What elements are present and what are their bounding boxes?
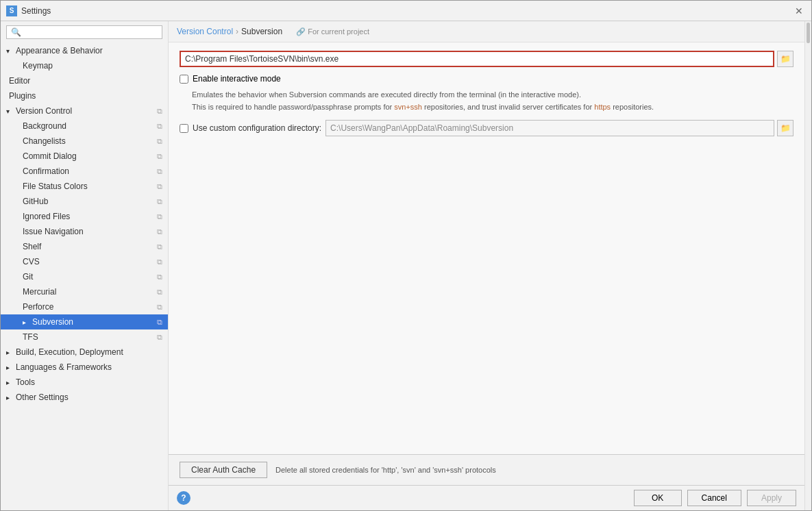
highlight-https: https — [594, 103, 611, 111]
copy-icon: ⧉ — [157, 122, 162, 131]
sidebar-item-editor[interactable]: Editor — [1, 73, 168, 88]
copy-icon: ⧉ — [157, 242, 162, 251]
settings-window: S Settings ✕ ▾ Appearance & Behavior Key… — [0, 0, 812, 511]
close-button[interactable]: ✕ — [792, 4, 806, 18]
sidebar-item-label: Background — [23, 121, 66, 131]
sidebar-item-label: Other Settings — [16, 392, 69, 402]
sidebar-item-label: Commit Dialog — [23, 151, 77, 161]
scrollbar[interactable] — [804, 21, 811, 510]
copy-icon: ⧉ — [157, 258, 162, 266]
highlight-svnssh: svn+ssh — [394, 103, 422, 111]
collapse-arrow: ▸ — [6, 364, 13, 371]
custom-config-label[interactable]: Use custom configuration directory: — [193, 123, 321, 133]
sidebar-item-ignored-files[interactable]: Ignored Files ⧉ — [1, 209, 168, 224]
sidebar-item-mercurial[interactable]: Mercurial ⧉ — [1, 284, 168, 299]
sidebar-item-issue-navigation[interactable]: Issue Navigation ⧉ — [1, 224, 168, 239]
sidebar-item-tfs[interactable]: TFS ⧉ — [1, 329, 168, 345]
sidebar-item-perforce[interactable]: Perforce ⧉ — [1, 299, 168, 314]
collapse-arrow: ▾ — [6, 108, 13, 115]
sidebar-item-label: TFS — [23, 332, 38, 342]
enable-interactive-checkbox[interactable] — [180, 75, 188, 84]
copy-icon: ⧉ — [157, 212, 162, 221]
collapse-arrow: ▾ — [6, 47, 13, 55]
panel-content: 📁 Enable interactive mode Emulates the b… — [169, 42, 804, 454]
browse-button[interactable]: 📁 — [777, 51, 793, 67]
ok-button[interactable]: OK — [634, 490, 682, 506]
breadcrumb-separator: › — [236, 27, 238, 36]
copy-icon: ⧉ — [157, 227, 162, 236]
cancel-button[interactable]: Cancel — [687, 490, 741, 506]
collapse-arrow: ▸ — [6, 379, 13, 386]
sidebar-item-label: Confirmation — [23, 166, 69, 176]
sidebar-item-commit-dialog[interactable]: Commit Dialog ⧉ — [1, 149, 168, 164]
clear-auth-cache-button[interactable]: Clear Auth Cache — [180, 462, 267, 478]
sidebar-item-label: Version Control — [16, 106, 72, 116]
copy-icon: ⧉ — [157, 137, 162, 146]
main-content: ▾ Appearance & Behavior Keymap Editor Pl… — [1, 21, 811, 510]
custom-config-row: Use custom configuration directory: 📁 — [180, 120, 793, 136]
copy-icon: ⧉ — [157, 318, 162, 327]
sidebar-item-label: Keymap — [23, 61, 53, 71]
custom-config-input[interactable] — [325, 120, 774, 136]
sidebar-item-appearance[interactable]: ▾ Appearance & Behavior — [1, 43, 168, 58]
sidebar-item-label: Perforce — [23, 302, 53, 312]
sidebar-item-label: Appearance & Behavior — [16, 46, 103, 55]
sidebar-item-version-control[interactable]: ▾ Version Control ⧉ — [1, 103, 168, 119]
sidebar-item-label: Subversion — [32, 317, 73, 327]
copy-icon: ⧉ — [157, 333, 162, 342]
copy-icon: ⧉ — [157, 197, 162, 206]
sidebar-item-file-status-colors[interactable]: File Status Colors ⧉ — [1, 179, 168, 194]
sidebar-item-plugins[interactable]: Plugins — [1, 88, 168, 103]
collapse-arrow: ▸ — [6, 394, 13, 401]
enable-interactive-label[interactable]: Enable interactive mode — [193, 74, 281, 84]
sidebar-item-subversion[interactable]: ▸ Subversion ⧉ — [1, 314, 168, 329]
sidebar-item-changelists[interactable]: Changelists ⧉ — [1, 134, 168, 149]
sidebar-item-label: CVS — [23, 257, 40, 266]
description-line2: This is required to handle password/pass… — [192, 101, 793, 114]
breadcrumb-current: Subversion — [241, 27, 282, 36]
svn-path-row: 📁 — [180, 51, 793, 67]
sidebar-item-label: Mercurial — [23, 287, 56, 297]
collapse-arrow: ▸ — [6, 349, 13, 356]
breadcrumb-parent[interactable]: Version Control — [177, 27, 233, 36]
breadcrumb: Version Control › Subversion 🔗 For curre… — [169, 21, 804, 42]
sidebar-item-build[interactable]: ▸ Build, Execution, Deployment — [1, 345, 168, 360]
for-project-label: 🔗 For current project — [296, 27, 369, 36]
sidebar-item-keymap[interactable]: Keymap — [1, 58, 168, 73]
apply-button[interactable]: Apply — [747, 490, 796, 506]
sidebar-item-tools[interactable]: ▸ Tools — [1, 375, 168, 390]
sidebar-item-cvs[interactable]: CVS ⧉ — [1, 254, 168, 269]
custom-config-checkbox[interactable] — [180, 124, 188, 133]
custom-config-browse-button[interactable]: 📁 — [777, 120, 793, 136]
description-line1: Emulates the behavior when Subversion co… — [192, 89, 793, 101]
window-title: Settings — [21, 6, 792, 16]
expand-arrow: ▸ — [23, 319, 29, 326]
sidebar-item-label: Git — [23, 272, 33, 282]
sidebar-item-label: Build, Execution, Deployment — [16, 347, 123, 357]
search-box[interactable] — [6, 25, 162, 39]
search-input[interactable] — [11, 27, 158, 37]
sidebar-item-languages[interactable]: ▸ Languages & Frameworks — [1, 360, 168, 375]
scrollbar-thumb[interactable] — [807, 23, 810, 43]
app-icon: S — [6, 5, 17, 16]
copy-icon: ⧉ — [157, 107, 162, 116]
clear-auth-description: Delete all stored credentials for 'http'… — [275, 466, 496, 474]
help-button[interactable]: ? — [177, 491, 190, 505]
sidebar-item-label: Ignored Files — [23, 212, 70, 221]
sidebar-item-label: Languages & Frameworks — [16, 362, 112, 372]
sidebar-item-github[interactable]: GitHub ⧉ — [1, 194, 168, 209]
interactive-description: Emulates the behavior when Subversion co… — [192, 89, 793, 113]
sidebar-item-label: File Status Colors — [23, 182, 88, 191]
sidebar-item-background[interactable]: Background ⧉ — [1, 119, 168, 134]
sidebar-item-git[interactable]: Git ⧉ — [1, 269, 168, 284]
sidebar-item-label: Shelf — [23, 242, 41, 251]
copy-icon: ⧉ — [157, 167, 162, 176]
sidebar-item-label: Tools — [16, 377, 35, 387]
sidebar-item-confirmation[interactable]: Confirmation ⧉ — [1, 164, 168, 179]
title-bar: S Settings ✕ — [1, 1, 811, 21]
sidebar-item-shelf[interactable]: Shelf ⧉ — [1, 239, 168, 254]
svn-path-input[interactable] — [180, 51, 774, 67]
sidebar-item-other[interactable]: ▸ Other Settings — [1, 390, 168, 405]
dialog-footer: ? OK Cancel Apply — [169, 485, 804, 510]
copy-icon: ⧉ — [157, 303, 162, 312]
